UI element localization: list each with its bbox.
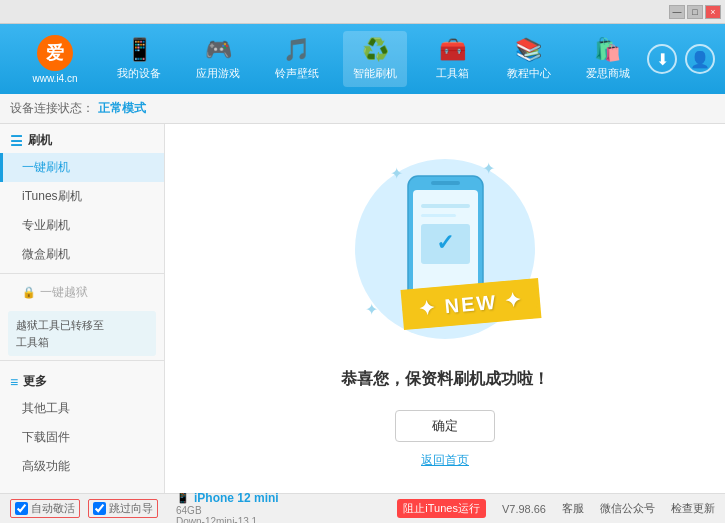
tutorials-icon: 📚 — [515, 37, 542, 63]
nav-my-device[interactable]: 📱 我的设备 — [107, 31, 171, 87]
flash-section-header: ☰ 刷机 — [0, 124, 164, 153]
toolbox-label: 工具箱 — [436, 66, 469, 81]
sidebar-item-pro-flash[interactable]: 专业刷机 — [0, 211, 164, 240]
check-update-link[interactable]: 检查更新 — [671, 501, 715, 516]
sidebar-item-itunes-flash[interactable]: iTunes刷机 — [0, 182, 164, 211]
nav-smart-flash[interactable]: ♻️ 智能刷机 — [343, 31, 407, 87]
nav-items: 📱 我的设备 🎮 应用游戏 🎵 铃声壁纸 ♻️ 智能刷机 🧰 工具箱 📚 教程中… — [100, 24, 647, 94]
sidebar-item-one-click-flash[interactable]: 一键刷机 — [0, 153, 164, 182]
locked-label: 一键越狱 — [40, 284, 88, 301]
device-storage: 64GB — [176, 505, 279, 516]
user-button[interactable]: 👤 — [685, 44, 715, 74]
status-bar: 设备连接状态： 正常模式 — [0, 94, 725, 124]
title-bar: — □ × — [0, 0, 725, 24]
other-tools-label: 其他工具 — [22, 401, 70, 415]
customer-service-link[interactable]: 客服 — [562, 501, 584, 516]
minimize-button[interactable]: — — [669, 5, 685, 19]
apps-games-icon: 🎮 — [205, 37, 232, 63]
device-info: 📱 iPhone 12 mini 64GB Down-12mini-13.1 — [176, 491, 279, 524]
confirm-button[interactable]: 确定 — [395, 410, 495, 442]
one-click-flash-label: 一键刷机 — [22, 160, 70, 174]
micro-flash-label: 微盒刷机 — [22, 247, 70, 261]
tutorials-label: 教程中心 — [507, 66, 551, 81]
download-firmware-label: 下载固件 — [22, 430, 70, 444]
smart-flash-label: 智能刷机 — [353, 66, 397, 81]
sidebar-note-jailbreak: 越狱工具已转移至工具箱 — [8, 311, 156, 356]
store-icon: 🛍️ — [594, 37, 621, 63]
window-controls: — □ × — [669, 5, 721, 19]
content-area: ✦ ✦ ✦ ✓ — [165, 124, 725, 493]
my-device-icon: 📱 — [126, 37, 153, 63]
ringtones-label: 铃声壁纸 — [275, 66, 319, 81]
status-label: 设备连接状态： — [10, 100, 94, 117]
logo-area: 爱 www.i4.cn — [10, 35, 100, 84]
my-device-label: 我的设备 — [117, 66, 161, 81]
bottom-left: 自动敬活 跳过向导 📱 iPhone 12 mini 64GB Down-12m… — [10, 491, 397, 524]
status-value: 正常模式 — [98, 100, 146, 117]
device-version: Down-12mini-13.1 — [176, 516, 279, 524]
nav-apps-games[interactable]: 🎮 应用游戏 — [186, 31, 250, 87]
nav-ringtones[interactable]: 🎵 铃声壁纸 — [265, 31, 329, 87]
sidebar-item-advanced[interactable]: 高级功能 — [0, 452, 164, 481]
skip-wizard-checkbox[interactable] — [93, 502, 106, 515]
lock-icon: 🔒 — [22, 286, 36, 299]
store-label: 爱思商城 — [586, 66, 630, 81]
sparkle-1: ✦ — [390, 164, 403, 183]
auto-flash-label: 自动敬活 — [31, 501, 75, 516]
auto-flash-checkbox[interactable] — [15, 502, 28, 515]
svg-rect-3 — [431, 181, 460, 185]
skip-wizard-checkbox-label[interactable]: 跳过向导 — [88, 499, 158, 518]
sidebar-item-other-tools[interactable]: 其他工具 — [0, 394, 164, 423]
sidebar-item-micro-flash[interactable]: 微盒刷机 — [0, 240, 164, 269]
phone-illustration: ✦ ✦ ✦ ✓ — [345, 149, 545, 349]
sparkle-3: ✦ — [365, 300, 378, 319]
auto-flash-checkbox-label[interactable]: 自动敬活 — [10, 499, 80, 518]
app-version: V7.98.66 — [502, 503, 546, 515]
flash-section-icon: ☰ — [10, 133, 23, 149]
svg-rect-5 — [421, 214, 456, 217]
smart-flash-icon: ♻️ — [362, 37, 389, 63]
sidebar-divider-2 — [0, 360, 164, 361]
sidebar-locked-jailbreak: 🔒 一键越狱 — [0, 278, 164, 307]
success-message: 恭喜您，保资料刷机成功啦！ — [341, 369, 549, 390]
nav-store[interactable]: 🛍️ 爱思商城 — [576, 31, 640, 87]
close-button[interactable]: × — [705, 5, 721, 19]
apps-games-label: 应用游戏 — [196, 66, 240, 81]
bottom-bar: 自动敬活 跳过向导 📱 iPhone 12 mini 64GB Down-12m… — [0, 493, 725, 523]
logo-icon: 爱 — [37, 35, 73, 71]
svg-rect-4 — [421, 204, 470, 208]
top-nav: 爱 www.i4.cn 📱 我的设备 🎮 应用游戏 🎵 铃声壁纸 ♻️ 智能刷机… — [0, 24, 725, 94]
nav-tutorials[interactable]: 📚 教程中心 — [497, 31, 561, 87]
nav-toolbox[interactable]: 🧰 工具箱 — [422, 31, 482, 87]
ringtones-icon: 🎵 — [283, 37, 310, 63]
advanced-label: 高级功能 — [22, 459, 70, 473]
back-home-link[interactable]: 返回首页 — [421, 452, 469, 469]
svg-text:✓: ✓ — [436, 230, 454, 255]
bottom-right: 阻止iTunes运行 V7.98.66 客服 微信公众号 检查更新 — [397, 499, 715, 518]
flash-section-label: 刷机 — [28, 132, 52, 149]
nav-right-buttons: ⬇ 👤 — [647, 44, 715, 74]
main-layout: ☰ 刷机 一键刷机 iTunes刷机 专业刷机 微盒刷机 🔒 一键越狱 越狱工具… — [0, 124, 725, 493]
itunes-flash-label: iTunes刷机 — [22, 189, 82, 203]
maximize-button[interactable]: □ — [687, 5, 703, 19]
logo-text: www.i4.cn — [32, 73, 77, 84]
sidebar-divider-1 — [0, 273, 164, 274]
pro-flash-label: 专业刷机 — [22, 218, 70, 232]
download-button[interactable]: ⬇ — [647, 44, 677, 74]
sidebar-item-download-firmware[interactable]: 下载固件 — [0, 423, 164, 452]
more-section-label: 更多 — [23, 373, 47, 390]
toolbox-icon: 🧰 — [439, 37, 466, 63]
sidebar: ☰ 刷机 一键刷机 iTunes刷机 专业刷机 微盒刷机 🔒 一键越狱 越狱工具… — [0, 124, 165, 493]
itunes-status[interactable]: 阻止iTunes运行 — [397, 499, 486, 518]
skip-wizard-label: 跳过向导 — [109, 501, 153, 516]
more-section-header: ≡ 更多 — [0, 365, 164, 394]
wechat-link[interactable]: 微信公众号 — [600, 501, 655, 516]
more-section-icon: ≡ — [10, 374, 18, 390]
